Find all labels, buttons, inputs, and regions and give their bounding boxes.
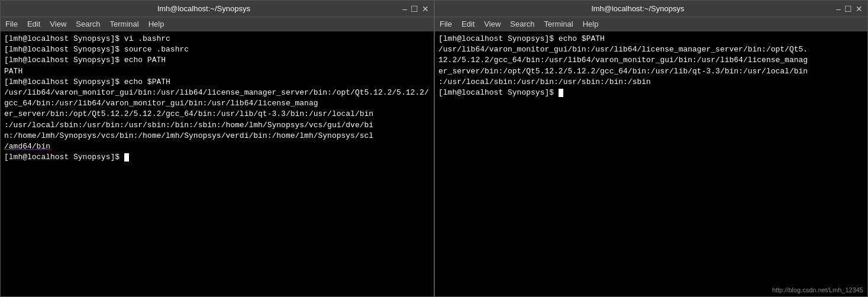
maximize-button[interactable]: ☐ <box>411 5 418 13</box>
menu-file-left[interactable]: File <box>5 20 18 28</box>
left-terminal[interactable]: lmh@localhost:~/Synopsys – ☐ ✕ File Edit… <box>0 0 434 297</box>
left-terminal-body[interactable]: [lmh@localhost Synopsys]$ vi .bashrc [lm… <box>1 31 434 296</box>
menu-edit-left[interactable]: Edit <box>27 20 40 28</box>
watermark: http://blog.csdn.net/Lmh_12345 <box>772 286 863 293</box>
menu-file-right[interactable]: File <box>440 20 452 28</box>
left-window-controls[interactable]: – ☐ ✕ <box>402 5 429 13</box>
underline-path-segment: /amd64/bin <box>4 142 50 151</box>
menu-terminal-left[interactable]: Terminal <box>110 20 139 28</box>
menu-terminal-right[interactable]: Terminal <box>544 20 573 28</box>
menu-help-left[interactable]: Help <box>149 20 164 28</box>
left-title-bar: lmh@localhost:~/Synopsys – ☐ ✕ <box>1 1 434 17</box>
close-button[interactable]: ✕ <box>422 5 429 13</box>
right-terminal-body[interactable]: [lmh@localhost Synopsys]$ echo $PATH /us… <box>435 31 867 296</box>
close-button-right[interactable]: ✕ <box>856 5 863 13</box>
menu-help-right[interactable]: Help <box>583 20 599 28</box>
right-terminal-title: lmh@localhost:~/Synopsys <box>440 4 836 13</box>
right-title-bar: lmh@localhost:~/Synopsys – ☐ ✕ <box>435 1 867 17</box>
menu-edit-right[interactable]: Edit <box>462 20 475 28</box>
menu-search-left[interactable]: Search <box>76 20 100 28</box>
maximize-button-right[interactable]: ☐ <box>844 5 852 13</box>
cursor-right <box>559 89 563 97</box>
minimize-button-right[interactable]: – <box>836 5 841 13</box>
menu-view-right[interactable]: View <box>484 20 501 28</box>
right-menu-bar[interactable]: File Edit View Search Terminal Help <box>435 17 867 31</box>
right-terminal[interactable]: lmh@localhost:~/Synopsys – ☐ ✕ File Edit… <box>434 0 868 297</box>
menu-view-left[interactable]: View <box>50 20 66 28</box>
menu-search-right[interactable]: Search <box>510 20 534 28</box>
minimize-button[interactable]: – <box>402 5 407 13</box>
right-window-controls[interactable]: – ☐ ✕ <box>836 5 863 13</box>
cursor-left <box>124 153 129 162</box>
left-terminal-title: lmh@localhost:~/Synopsys <box>5 4 402 13</box>
left-menu-bar[interactable]: File Edit View Search Terminal Help <box>1 17 434 31</box>
